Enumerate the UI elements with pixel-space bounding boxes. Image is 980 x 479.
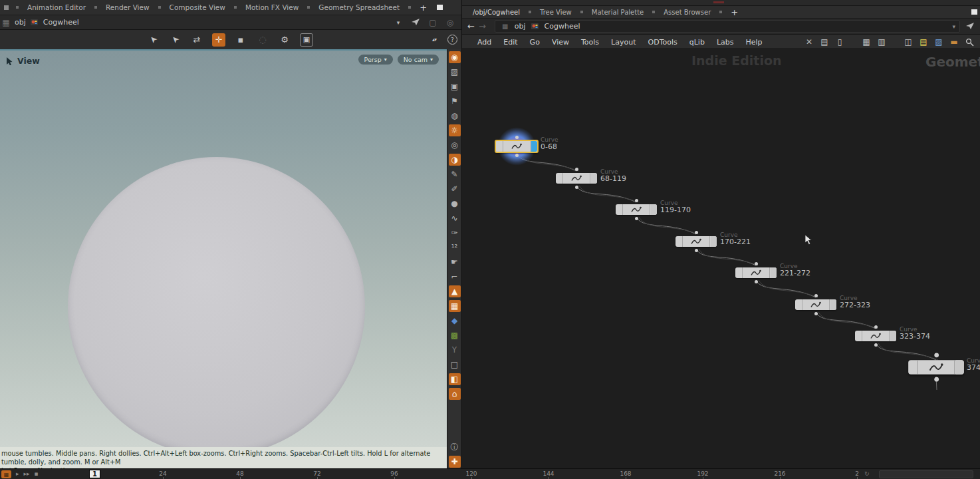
- axis-icon[interactable]: Y: [449, 344, 461, 356]
- ghost-objects-icon[interactable]: ◌: [256, 33, 269, 47]
- persp-badge[interactable]: Persp▾: [358, 55, 393, 65]
- render-region-icon[interactable]: ▨: [449, 66, 461, 78]
- select-tool-icon[interactable]: ➤: [144, 30, 162, 49]
- render-view-icon[interactable]: ▣: [300, 33, 313, 47]
- pane-maximize-icon[interactable]: [437, 5, 443, 10]
- transport-icon[interactable]: ▸: [16, 470, 19, 477]
- breadcrumb-root[interactable]: obj: [515, 22, 526, 31]
- translate-tool-icon[interactable]: ➤: [166, 30, 184, 49]
- display-flag[interactable]: [890, 331, 896, 341]
- layout-columns-icon[interactable]: ▥: [876, 37, 887, 47]
- new-tab-button[interactable]: +: [725, 7, 743, 17]
- uv-checker-icon[interactable]: ▦: [449, 300, 461, 312]
- node-input-connector[interactable]: [695, 231, 698, 234]
- forward-arrow-icon[interactable]: →: [479, 21, 486, 31]
- snapshot-camera-icon[interactable]: ▢: [427, 17, 439, 29]
- tab-tree-view[interactable]: Tree View: [535, 7, 577, 18]
- network-path-field[interactable]: ▦ obj Cogwheel ▾: [495, 20, 960, 33]
- panes-icon[interactable]: ◫: [903, 37, 914, 47]
- curve-display-icon[interactable]: ∿: [449, 212, 461, 224]
- info-icon[interactable]: ⓘ: [449, 441, 461, 453]
- node-input-connector[interactable]: [814, 294, 818, 297]
- menu-qlib[interactable]: qLib: [683, 37, 711, 48]
- node-input-connector[interactable]: [515, 136, 519, 139]
- handles-tool-icon[interactable]: ✛: [212, 33, 225, 47]
- node-output-connector[interactable]: [695, 249, 698, 252]
- snapshot-icon[interactable]: ◧: [449, 373, 461, 385]
- new-tab-button[interactable]: +: [414, 3, 432, 13]
- display-flag[interactable]: [651, 204, 657, 215]
- camera-icon[interactable]: ◎: [449, 139, 461, 151]
- menu-labs[interactable]: Labs: [711, 37, 740, 48]
- curve-node-374-425[interactable]: [908, 360, 964, 375]
- tab-geometry-spreadsheet[interactable]: Geometry Spreadsheet: [313, 1, 405, 13]
- shading-mode-icon[interactable]: ◑: [449, 154, 461, 166]
- menu-layout[interactable]: Layout: [605, 37, 642, 48]
- sticky-note-icon[interactable]: ▤: [918, 37, 929, 47]
- tab-obj-cogwheel[interactable]: /obj/Cogwheel: [467, 7, 525, 18]
- tab-asset-browser[interactable]: Asset Browser: [658, 7, 716, 18]
- no-cam-badge[interactable]: No cam▾: [398, 55, 439, 65]
- grid-icon[interactable]: ▩: [449, 329, 461, 341]
- pin-icon[interactable]: [410, 17, 422, 29]
- network-canvas[interactable]: Indie Edition Geometry Curve0-68 Curve68…: [462, 48, 980, 468]
- curve-node-170-221[interactable]: [675, 236, 717, 247]
- layout-grid-icon[interactable]: ▦: [861, 37, 872, 47]
- path-dropdown-icon[interactable]: ▾: [952, 23, 955, 30]
- menu-help[interactable]: Help: [739, 37, 768, 48]
- node-output-connector[interactable]: [635, 217, 638, 220]
- pane-divider[interactable]: [461, 0, 462, 468]
- breadcrumb-node[interactable]: Cogwheel: [43, 18, 79, 27]
- tab-render-view[interactable]: Render View: [100, 1, 155, 13]
- display-flag[interactable]: [531, 141, 537, 152]
- pane-menu-icon[interactable]: [4, 5, 9, 10]
- curve-node-272-323[interactable]: [795, 299, 836, 310]
- lens-icon[interactable]: ◎: [444, 17, 456, 29]
- curve-node-221-272[interactable]: [735, 267, 777, 278]
- node-output-connector[interactable]: [874, 343, 878, 347]
- current-frame-field[interactable]: 1: [89, 470, 100, 478]
- shelf-basket-icon[interactable]: ▬: [949, 37, 959, 47]
- frame-icon[interactable]: □: [449, 359, 461, 371]
- back-arrow-icon[interactable]: ←: [467, 21, 475, 31]
- display-flag[interactable]: [830, 299, 836, 310]
- curve-node-68-119[interactable]: [556, 173, 597, 184]
- curve-node-0-68[interactable]: [495, 140, 539, 153]
- node-output-connector[interactable]: [755, 280, 758, 283]
- timeline-right-button[interactable]: [879, 470, 973, 478]
- tab-motion-fx-view[interactable]: Motion FX View: [240, 1, 304, 13]
- transform-tool-icon[interactable]: ⇄: [190, 33, 203, 47]
- points-display-icon[interactable]: ●: [449, 198, 461, 210]
- display-flag[interactable]: [771, 267, 777, 278]
- path-dropdown-icon[interactable]: ▾: [392, 17, 404, 29]
- timeline-menu-button[interactable]: ▦: [1, 470, 11, 478]
- search-icon[interactable]: [964, 37, 975, 47]
- node-input-connector[interactable]: [575, 168, 578, 171]
- menu-tools[interactable]: Tools: [575, 37, 605, 48]
- pen-icon[interactable]: ✑: [449, 227, 461, 239]
- breadcrumb-node[interactable]: Cogwheel: [545, 22, 580, 31]
- box-display-icon[interactable]: ▪: [234, 33, 247, 47]
- timeline-bar[interactable]: ▦ ▸▸▸▪ 1 244872961201441681922162 ↻: [0, 468, 980, 479]
- tab-animation-editor[interactable]: Animation Editor: [22, 1, 91, 13]
- node-output-connector[interactable]: [515, 154, 519, 157]
- pane-maximize-icon[interactable]: [971, 9, 977, 15]
- node-input-connector[interactable]: [874, 325, 878, 329]
- light-icon[interactable]: ☼: [449, 124, 461, 136]
- node-output-connector[interactable]: [934, 377, 939, 382]
- display-flag[interactable]: [591, 173, 597, 184]
- gallery-icon[interactable]: ▨: [933, 37, 944, 47]
- select-brush-icon[interactable]: ✐: [449, 183, 461, 195]
- transport-icon[interactable]: ▸▸: [24, 470, 30, 477]
- menu-add[interactable]: Add: [471, 37, 497, 48]
- tab-composite-view[interactable]: Composite View: [164, 1, 231, 13]
- display-flag[interactable]: [956, 360, 964, 375]
- menu-view[interactable]: View: [546, 37, 575, 48]
- point-numbers-icon[interactable]: ¹²: [449, 241, 461, 253]
- breadcrumb-root[interactable]: obj: [15, 18, 26, 27]
- node-input-connector[interactable]: [635, 199, 638, 202]
- render-flipbook-icon[interactable]: ⚙: [278, 33, 291, 47]
- transport-icon[interactable]: ▪: [35, 470, 39, 477]
- pin-icon[interactable]: [964, 21, 976, 33]
- node-input-connector[interactable]: [934, 353, 939, 357]
